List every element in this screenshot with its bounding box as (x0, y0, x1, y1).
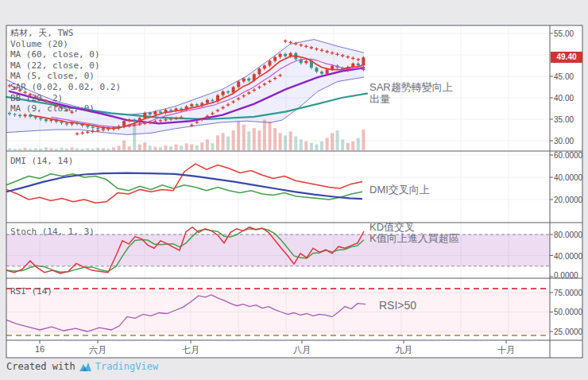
time-axis-label: 八月 (293, 344, 311, 356)
snapshot-page: Published on TradingView.com, August 21,… (0, 0, 588, 380)
dmi-axis-label: 40.0000 (554, 173, 582, 182)
dmi-axis-label: 60.0000 (554, 151, 582, 160)
time-axis-label: 十月 (497, 344, 515, 356)
rsi-axis-label: 75.0000 (554, 289, 582, 297)
rsi-axis-label: 50.0000 (554, 308, 582, 316)
rsi-axis-label: 25.0000 (554, 328, 582, 336)
price-axis-label: 30.00 (554, 137, 574, 145)
last-price-badge: 49.40 (551, 52, 582, 63)
time-axis-label: 六月 (89, 344, 106, 356)
chart-canvas (0, 0, 588, 380)
time-axis-label: 七月 (182, 344, 199, 356)
price-axis-label: 45.00 (554, 72, 574, 81)
price-axis-label: 35.00 (554, 115, 574, 124)
dmi-axis-label: 20.0000 (554, 196, 582, 204)
stoch-axis-label: 0.0000 (554, 271, 578, 280)
stoch-axis-label: 80.0000 (554, 231, 582, 239)
time-axis-label: 16 (35, 344, 44, 354)
time-axis-label: 九月 (395, 344, 412, 356)
price-axis-label: 55.00 (554, 29, 574, 38)
stoch-axis-label: 40.0000 (554, 252, 582, 261)
price-axis-label: 40.00 (554, 94, 574, 103)
